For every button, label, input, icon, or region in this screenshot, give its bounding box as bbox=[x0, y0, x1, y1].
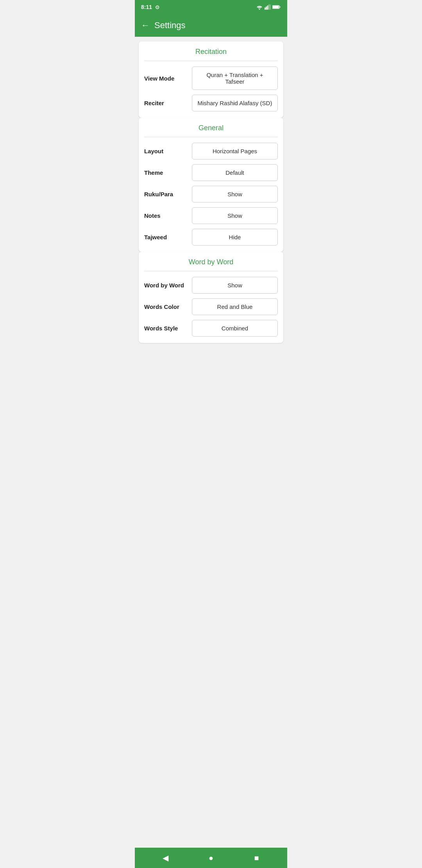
setting-value-general-0[interactable]: Horizontal Pages bbox=[192, 143, 278, 160]
settings-content: RecitationView ModeQuran + Translation +… bbox=[135, 37, 287, 370]
section-recitation: RecitationView ModeQuran + Translation +… bbox=[139, 41, 283, 118]
svg-point-0 bbox=[259, 9, 260, 10]
svg-rect-7 bbox=[273, 6, 279, 8]
setting-label-general-0: Layout bbox=[144, 148, 187, 154]
setting-label-general-1: Theme bbox=[144, 169, 187, 176]
setting-value-general-3[interactable]: Show bbox=[192, 207, 278, 224]
status-icons bbox=[256, 4, 281, 10]
svg-rect-3 bbox=[267, 5, 268, 10]
setting-row-word-by-word-2: Words StyleCombined bbox=[144, 320, 278, 337]
status-bar-left: 8:11 ⊙ bbox=[141, 4, 159, 10]
section-title-general: General bbox=[144, 124, 278, 137]
svg-rect-1 bbox=[265, 7, 266, 9]
back-button[interactable]: ← bbox=[141, 21, 150, 30]
setting-row-general-3: NotesShow bbox=[144, 207, 278, 224]
setting-row-recitation-1: ReciterMishary Rashid Alafasy (SD) bbox=[144, 95, 278, 111]
setting-value-general-1[interactable]: Default bbox=[192, 164, 278, 181]
time-display: 8:11 bbox=[141, 4, 152, 10]
setting-label-word-by-word-1: Words Color bbox=[144, 303, 187, 310]
setting-row-recitation-0: View ModeQuran + Translation + Tafseer bbox=[144, 66, 278, 90]
battery-icon bbox=[272, 5, 281, 9]
setting-row-general-2: Ruku/ParaShow bbox=[144, 186, 278, 203]
svg-rect-5 bbox=[270, 4, 271, 9]
page-title: Settings bbox=[154, 20, 186, 30]
setting-value-general-2[interactable]: Show bbox=[192, 186, 278, 203]
wifi-icon bbox=[256, 4, 263, 10]
setting-label-recitation-0: View Mode bbox=[144, 75, 187, 82]
setting-row-word-by-word-0: Word by WordShow bbox=[144, 277, 278, 294]
setting-label-recitation-1: Reciter bbox=[144, 100, 187, 106]
at-icon: ⊙ bbox=[155, 4, 159, 10]
svg-rect-2 bbox=[266, 7, 267, 10]
svg-rect-4 bbox=[268, 4, 270, 9]
section-general: GeneralLayoutHorizontal PagesThemeDefaul… bbox=[139, 118, 283, 252]
section-title-word-by-word: Word by Word bbox=[144, 258, 278, 271]
setting-value-word-by-word-2[interactable]: Combined bbox=[192, 320, 278, 337]
app-header: ← Settings bbox=[135, 14, 287, 37]
signal-icon bbox=[265, 4, 271, 10]
setting-row-general-0: LayoutHorizontal Pages bbox=[144, 143, 278, 160]
setting-label-general-3: Notes bbox=[144, 212, 187, 219]
setting-value-recitation-0[interactable]: Quran + Translation + Tafseer bbox=[192, 66, 278, 90]
setting-label-word-by-word-0: Word by Word bbox=[144, 282, 187, 289]
status-bar: 8:11 ⊙ bbox=[135, 0, 287, 14]
sections-container: RecitationView ModeQuran + Translation +… bbox=[139, 41, 283, 343]
setting-value-general-4[interactable]: Hide bbox=[192, 229, 278, 246]
setting-label-general-4: Tajweed bbox=[144, 234, 187, 240]
setting-value-word-by-word-1[interactable]: Red and Blue bbox=[192, 298, 278, 315]
setting-row-general-1: ThemeDefault bbox=[144, 164, 278, 181]
setting-value-word-by-word-0[interactable]: Show bbox=[192, 277, 278, 294]
setting-value-recitation-1[interactable]: Mishary Rashid Alafasy (SD) bbox=[192, 95, 278, 111]
setting-row-general-4: TajweedHide bbox=[144, 229, 278, 246]
section-word-by-word: Word by WordWord by WordShowWords ColorR… bbox=[139, 252, 283, 343]
setting-label-general-2: Ruku/Para bbox=[144, 191, 187, 197]
setting-row-word-by-word-1: Words ColorRed and Blue bbox=[144, 298, 278, 315]
section-title-recitation: Recitation bbox=[144, 48, 278, 61]
setting-label-word-by-word-2: Words Style bbox=[144, 325, 187, 332]
svg-rect-8 bbox=[279, 6, 280, 7]
